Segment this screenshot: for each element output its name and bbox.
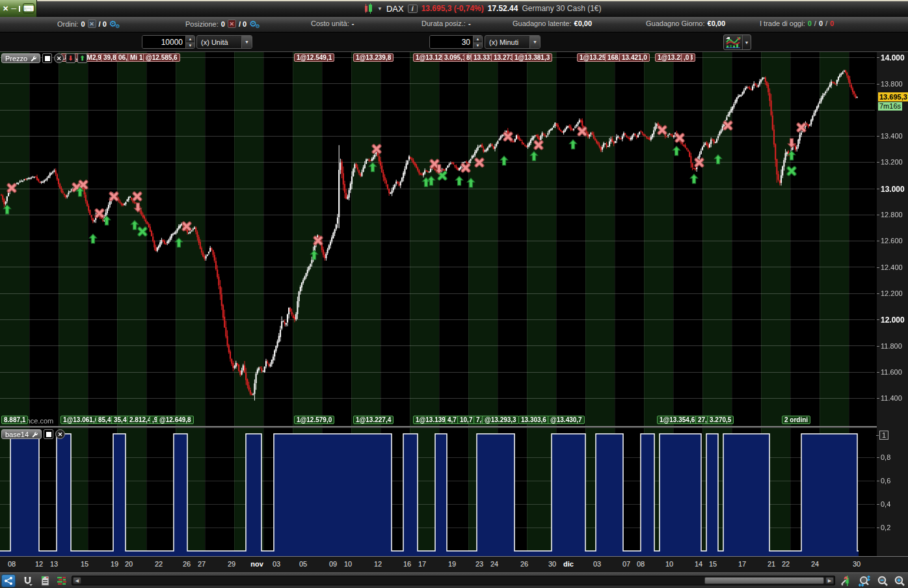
buy-order-label[interactable]: 1@13.227,4	[353, 416, 394, 424]
title-bar: ✕ ─ ⌨ ▼ DAX i 13.695,3 (-0,74%) 17.52.44…	[0, 0, 908, 17]
indicator-pane: base14 ✕	[0, 428, 877, 556]
date-label: 24	[490, 560, 498, 568]
close-window-icon[interactable]: ✕	[3, 5, 8, 12]
trades-sep: /	[825, 20, 827, 27]
latent-gain-label: Guadagno latente:	[513, 20, 572, 27]
price-axis[interactable]: 14.00013.80013.40013.20013.00012.80012.6…	[877, 52, 908, 556]
duration-label: Durata posiz.:	[421, 20, 466, 27]
orders-badge[interactable]: 2 ordini	[782, 416, 810, 424]
interval-unit-select[interactable]: (x) Minuti ▼	[485, 35, 541, 49]
date-label: 27	[198, 560, 206, 568]
instrument-dropdown-icon[interactable]: ▼	[377, 6, 382, 12]
sell-order-label[interactable]: @12.585,6	[143, 53, 180, 62]
info-icon[interactable]: i	[408, 5, 418, 13]
position-settings-icon[interactable]: ⚙⚙	[249, 20, 257, 28]
trades-lost: 0	[830, 20, 834, 27]
quantity-unit-select[interactable]: (x) Unità ▼	[196, 35, 252, 49]
trade-report-button[interactable]	[38, 574, 52, 587]
unit-cost-label: Costo unità:	[311, 20, 349, 27]
unit-cost-group: Costo unità: -	[311, 20, 354, 27]
orders-settings-icon[interactable]: ⚙⚙	[109, 20, 117, 28]
price-pane-chip[interactable]: Prezzo	[1, 53, 40, 63]
date-label: 09	[329, 560, 337, 568]
price-axis-label: 12.400	[881, 263, 903, 271]
buy-order-label[interactable]: @12.649,8	[157, 416, 194, 424]
buy-order-label[interactable]: @13.293,3	[482, 416, 519, 424]
sell-order-label[interactable]: 13.421,0	[619, 53, 650, 62]
maximize-pane-icon[interactable]	[42, 53, 52, 63]
date-label: 19	[448, 560, 456, 568]
keyboard-icon[interactable]: ⌨	[23, 3, 34, 14]
price-axis-label: 12.600	[881, 237, 903, 245]
chart-scrollbar[interactable]: ◀ ▶	[72, 576, 835, 585]
zoom-fit-button[interactable]	[857, 574, 872, 587]
buy-order-label[interactable]: 8.887,1	[1, 416, 28, 424]
buy-order-label[interactable]: 1@13.061,6	[60, 416, 101, 424]
scrollbar-thumb[interactable]	[704, 577, 824, 584]
price-axis-label: 13.800	[881, 80, 903, 88]
date-label: 12	[35, 560, 43, 568]
buy-order-label[interactable]: @13.430,7	[548, 416, 585, 424]
report-icon	[40, 576, 50, 586]
maximize-window-icon[interactable]	[19, 6, 20, 12]
chart-edit-button[interactable]	[839, 574, 853, 587]
indicator-axis-label: 0,2	[881, 524, 890, 531]
sell-order-label[interactable]: 1@12.549,1	[294, 53, 334, 62]
date-label: 03	[273, 560, 280, 568]
scroll-right-icon[interactable]: ▶	[825, 577, 834, 584]
sell-order-label[interactable]: 1@13.239,8	[353, 53, 394, 62]
date-label: 07	[622, 560, 630, 568]
quantity-stepper[interactable]: ▲▼	[185, 36, 194, 48]
latent-gain-value: €0,00	[574, 20, 593, 27]
instrument-name[interactable]: DAX	[386, 4, 404, 14]
sell-order-label[interactable]: 1@13.381,3	[512, 53, 552, 62]
cancel-orders-icon[interactable]: ✕	[88, 20, 96, 28]
buy-order-label[interactable]: 13.303,6	[518, 416, 549, 424]
buy-order-label[interactable]: 1@13.354,6	[657, 416, 697, 424]
instrument-header: ▼ DAX i 13.695,3 (-0,74%) 17.52.44 Germa…	[363, 2, 602, 15]
buy-order-label[interactable]: 1@12.579,0	[294, 416, 334, 424]
quantity-input[interactable]	[142, 36, 185, 48]
buy-order-label[interactable]: 3.270,5	[707, 416, 734, 424]
indicator-pane-header: base14 ✕	[1, 429, 65, 439]
share-button[interactable]	[1, 574, 16, 587]
day-gain-group: Guadagno Giorno: €0,00	[646, 20, 725, 27]
zoom-out-button[interactable]	[875, 574, 890, 587]
titlebar-accent-line	[37, 0, 908, 1]
sell-order-label[interactable]: ,0	[681, 53, 691, 62]
price-axis-label: 11.600	[881, 368, 902, 376]
interval-input[interactable]	[430, 36, 473, 48]
price-chart-canvas[interactable]	[0, 52, 877, 426]
candlestick-icon	[363, 3, 373, 14]
scroll-left-icon[interactable]: ◀	[73, 577, 81, 584]
quantity-unit-value: (x) Unità	[197, 38, 241, 46]
close-pane-icon[interactable]: ✕	[55, 429, 65, 439]
position-of: / 0	[239, 20, 247, 28]
cursor-mode-button[interactable]	[21, 574, 35, 587]
minimize-window-icon[interactable]: ─	[11, 5, 16, 12]
order-book-button[interactable]	[55, 574, 69, 587]
indicator-pane-chip[interactable]: base14	[1, 429, 42, 439]
buy-order-icon[interactable]: ⬆	[77, 53, 87, 63]
sell-order-icon[interactable]: ⬇	[66, 53, 75, 63]
price-pane-header: Prezzo ✕ ⬇ ⬆	[1, 53, 87, 63]
current-price-tag: 13.695,3	[878, 92, 908, 101]
stats-bar: Ordini: 0 ✕ / 0 ⚙⚙ Posizione: 0 ✕ / 0 ⚙⚙…	[0, 17, 908, 33]
indicator-axis-label: 1	[879, 431, 888, 440]
price-axis-label: 11.800	[881, 342, 902, 350]
date-label: 17	[418, 560, 426, 568]
close-position-icon[interactable]: ✕	[228, 20, 236, 28]
zoom-in-button[interactable]	[892, 574, 907, 587]
indicator-axis-label: 0,8	[881, 453, 890, 461]
chart-type-button[interactable]: ▼	[723, 34, 751, 50]
unit-cost-value: -	[352, 20, 354, 27]
buy-order-label[interactable]: 10,7	[457, 416, 475, 424]
maximize-pane-icon[interactable]	[44, 429, 53, 439]
date-label: 29	[228, 560, 235, 568]
chart-type-icon	[724, 35, 742, 49]
price-axis-label: 13.400	[881, 132, 903, 140]
interval-stepper[interactable]: ▲▼	[473, 36, 482, 48]
close-pane-icon[interactable]: ✕	[54, 53, 64, 63]
indicator-canvas[interactable]	[0, 428, 877, 556]
time-axis[interactable]: 08121315192022262729nov03050910121617192…	[0, 556, 908, 572]
